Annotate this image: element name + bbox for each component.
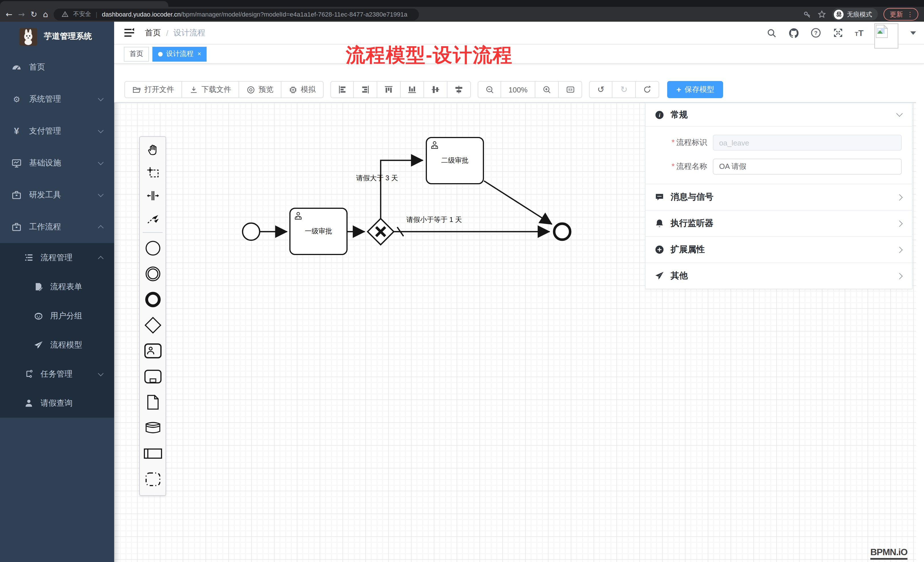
open-file-button[interactable]: 打开文件 xyxy=(124,81,182,98)
url-path: /bpm/manager/model/design?modelId=e4a1a1… xyxy=(181,11,407,18)
toolbox-icon xyxy=(11,190,22,200)
align-button-group xyxy=(330,81,471,98)
field-process-key: *流程标识 xyxy=(645,135,902,151)
monitor-icon xyxy=(11,158,22,168)
flow-gateway-to-task2 xyxy=(381,160,423,219)
svg-text:i: i xyxy=(659,112,661,118)
plus-icon: + xyxy=(676,85,681,94)
required-asterisk: * xyxy=(672,162,675,171)
info-icon: i xyxy=(655,110,664,120)
browser-menu-dots-icon[interactable]: ⋮ xyxy=(907,11,913,17)
flow-label-greater-3-days[interactable]: 请假大于 3 天 xyxy=(356,174,398,183)
sidebar-item-payment[interactable]: ¥ 支付管理 xyxy=(0,115,114,147)
tab-label: 首页 xyxy=(129,49,143,59)
back-icon[interactable]: ← xyxy=(6,10,12,18)
sidebar-item-label: 请假查询 xyxy=(40,398,72,408)
tab-label: 设计流程 xyxy=(166,49,194,59)
sidebar-item-home[interactable]: 首页 xyxy=(0,51,114,83)
zoom-level: 100% xyxy=(501,81,536,98)
app-logo[interactable]: 芋道管理系统 xyxy=(0,22,114,51)
forward-icon[interactable]: → xyxy=(18,10,24,18)
preview-button[interactable]: 预览 xyxy=(239,81,281,98)
sidebar-item-infra[interactable]: 基础设施 xyxy=(0,147,114,179)
sidebar-item-process-model[interactable]: 流程模型 xyxy=(0,330,114,360)
avatar-dropdown-caret-icon[interactable] xyxy=(910,31,916,34)
send-icon xyxy=(655,271,664,281)
tab-design-process[interactable]: 设计流程 × xyxy=(152,46,207,61)
font-size-icon[interactable]: TT xyxy=(855,28,864,37)
process-name-input[interactable] xyxy=(713,159,902,175)
logo-rabbit-image xyxy=(20,28,37,45)
section-title: 执行监听器 xyxy=(670,218,713,229)
download-file-button[interactable]: 下载文件 xyxy=(182,81,239,98)
workflow-submenu: 流程管理 流程表单 用户分组 xyxy=(0,243,114,418)
user-task-icon xyxy=(293,211,303,221)
refresh-button[interactable] xyxy=(636,81,660,98)
sidebar-item-devtools[interactable]: 研发工具 xyxy=(0,179,114,211)
align-vcenter-button[interactable] xyxy=(424,81,447,98)
browser-active-tab[interactable] xyxy=(0,1,168,7)
home-icon[interactable]: ⌂ xyxy=(43,10,48,18)
redo-button[interactable]: ↻ xyxy=(613,81,636,98)
breadcrumb-separator: / xyxy=(166,28,168,37)
bpmn-io-watermark[interactable]: BPMN.iO xyxy=(870,547,908,560)
section-execution-listener[interactable]: 执行监听器 xyxy=(645,210,912,236)
chevron-right-icon xyxy=(896,273,903,279)
general-fields: *流程标识 *流程名称 xyxy=(645,126,912,184)
section-general[interactable]: i 常规 xyxy=(645,103,912,126)
sidebar-item-label: 流程模型 xyxy=(50,340,82,350)
fullscreen-icon[interactable] xyxy=(832,27,844,39)
search-icon[interactable] xyxy=(766,27,777,39)
undo-button[interactable]: ↺ xyxy=(589,81,613,98)
browser-tab-strip xyxy=(0,0,924,7)
zoom-reset-button[interactable] xyxy=(559,81,582,98)
chevron-right-icon xyxy=(896,246,903,253)
align-right-button[interactable] xyxy=(354,81,377,98)
sidebar-item-leave-query[interactable]: 请假查询 xyxy=(0,388,114,418)
align-left-button[interactable] xyxy=(330,81,354,98)
simulate-button[interactable]: 模拟 xyxy=(281,81,324,98)
tab-close-icon[interactable]: × xyxy=(198,51,201,57)
sidebar-fold-icon[interactable] xyxy=(124,28,135,37)
help-icon[interactable]: ? xyxy=(810,27,822,39)
reload-icon[interactable]: ↻ xyxy=(30,10,37,18)
zoom-out-button[interactable] xyxy=(478,81,501,98)
sidebar-item-task-mgmt[interactable]: 任务管理 xyxy=(0,360,114,388)
sidebar-item-label: 系统管理 xyxy=(29,94,61,104)
sidebar-item-process-mgmt[interactable]: 流程管理 xyxy=(0,243,114,272)
app-title: 芋道管理系统 xyxy=(44,31,92,42)
sidebar-item-workflow[interactable]: 工作流程 xyxy=(0,211,114,243)
section-message-signal[interactable]: 消息与信号 xyxy=(645,184,912,210)
chevron-down-icon xyxy=(98,159,104,165)
bpmn-canvas[interactable]: 一级审批 二级审批 请假大于 3 天 请假小于等于 1 天 xyxy=(114,102,916,562)
breadcrumb-home[interactable]: 首页 xyxy=(145,28,161,38)
process-key-input[interactable] xyxy=(713,135,902,151)
exclusive-gateway[interactable] xyxy=(366,217,395,246)
align-top-button[interactable] xyxy=(377,81,400,98)
avatar[interactable] xyxy=(874,23,898,48)
save-model-button[interactable]: + 保存模型 xyxy=(668,81,723,98)
zoom-in-button[interactable] xyxy=(536,81,559,98)
paper-plane-icon xyxy=(34,340,44,350)
github-icon[interactable] xyxy=(788,27,799,39)
sidebar-item-user-group[interactable]: 用户分组 xyxy=(0,301,114,330)
sidebar-item-label: 基础设施 xyxy=(29,158,61,168)
end-event[interactable] xyxy=(552,222,572,241)
flow-label-lte-1-day[interactable]: 请假小于等于 1 天 xyxy=(406,215,462,225)
url-bar[interactable]: 不安全 | dashboard.yudao.iocoder.cn/bpm/man… xyxy=(54,8,419,20)
sidebar-item-process-form[interactable]: 流程表单 xyxy=(0,272,114,301)
task-first-approval[interactable]: 一级审批 xyxy=(290,208,348,255)
tab-home[interactable]: 首页 xyxy=(124,46,149,61)
chevron-right-icon xyxy=(896,194,903,201)
sidebar-item-system[interactable]: ⚙ 系统管理 xyxy=(0,83,114,115)
main-area: 流程模型-设计流程 首页 / 设计流程 xyxy=(114,22,924,562)
task-second-approval[interactable]: 二级审批 xyxy=(426,137,484,184)
header-actions: ? TT xyxy=(766,17,916,48)
section-extension-attrs[interactable]: 扩展属性 xyxy=(645,236,912,262)
align-bottom-button[interactable] xyxy=(400,81,424,98)
sidebar-item-label: 流程管理 xyxy=(40,252,72,263)
message-icon xyxy=(655,192,664,202)
start-event[interactable] xyxy=(242,222,261,241)
section-other[interactable]: 其他 xyxy=(645,262,912,289)
align-hcenter-button[interactable] xyxy=(447,81,471,98)
